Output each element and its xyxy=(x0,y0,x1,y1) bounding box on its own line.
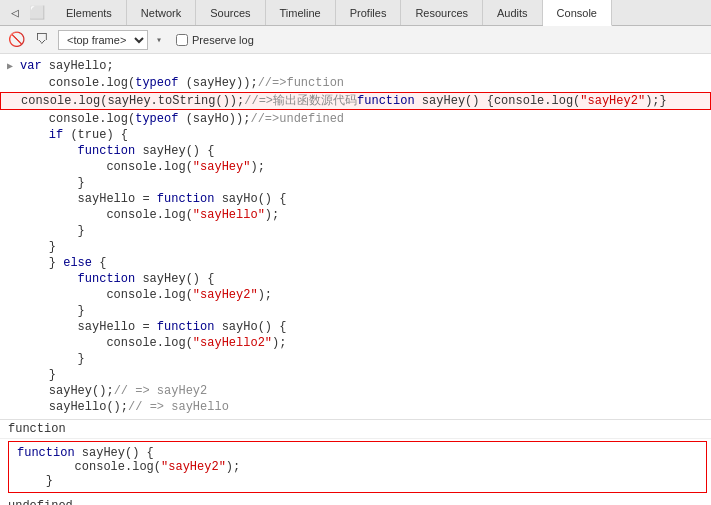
preserve-log-label: Preserve log xyxy=(192,34,254,46)
code-line-12: } xyxy=(0,239,711,255)
code-line-20: } xyxy=(0,367,711,383)
tab-profiles[interactable]: Profiles xyxy=(336,0,402,25)
code-text-13: } else { xyxy=(20,255,711,271)
function-output-block: function sayHey() { console.log("sayHey2… xyxy=(8,441,707,493)
line-arrow-15 xyxy=(0,287,20,288)
code-text-6: function sayHey() { xyxy=(20,143,711,159)
code-text-22: sayHello();// => sayHello xyxy=(20,399,711,415)
code-line-5: if (true) { xyxy=(0,127,711,143)
line-arrow-1[interactable]: ▶ xyxy=(0,58,20,75)
line-arrow-10 xyxy=(0,207,20,208)
clear-icon[interactable]: 🚫 xyxy=(6,30,26,50)
console-toolbar: 🚫 ⛉ <top frame> ▾ Preserve log xyxy=(0,26,711,54)
code-line-6: function sayHey() { xyxy=(0,143,711,159)
code-text-14: function sayHey() { xyxy=(20,271,711,287)
code-line-8: } xyxy=(0,175,711,191)
code-text-3: console.log(sayHey.toString());//=>输出函数源… xyxy=(21,93,710,109)
code-text-15: console.log("sayHey2"); xyxy=(20,287,711,303)
code-line-4: console.log(typeof (sayHo));//=>undefine… xyxy=(0,111,711,127)
code-line-9: sayHello = function sayHo() { xyxy=(0,191,711,207)
top-nav: ◁ ⬜ Elements Network Sources Timeline Pr… xyxy=(0,0,711,26)
code-text-1: var sayHello; xyxy=(20,58,711,74)
dropdown-arrow: ▾ xyxy=(156,34,162,46)
code-text-16: } xyxy=(20,303,711,319)
line-arrow-21 xyxy=(0,383,20,384)
line-arrow-5 xyxy=(0,127,20,128)
code-text-11: } xyxy=(20,223,711,239)
tab-resources[interactable]: Resources xyxy=(401,0,483,25)
code-text-21: sayHey();// => sayHey2 xyxy=(20,383,711,399)
back-icon[interactable]: ◁ xyxy=(6,4,24,22)
line-arrow-9 xyxy=(0,191,20,192)
tab-timeline[interactable]: Timeline xyxy=(266,0,336,25)
code-line-11: } xyxy=(0,223,711,239)
code-section: ▶ var sayHello; console.log(typeof (sayH… xyxy=(0,54,711,420)
code-text-10: console.log("sayHello"); xyxy=(20,207,711,223)
tab-console[interactable]: Console xyxy=(543,0,612,26)
code-text-2: console.log(typeof (sayHey));//=>functio… xyxy=(20,75,711,91)
code-text-4: console.log(typeof (sayHo));//=>undefine… xyxy=(20,111,711,127)
code-line-2: console.log(typeof (sayHey));//=>functio… xyxy=(0,75,711,91)
code-text-5: if (true) { xyxy=(20,127,711,143)
code-line-16: } xyxy=(0,303,711,319)
line-arrow-7 xyxy=(0,159,20,160)
code-line-22: sayHello();// => sayHello xyxy=(0,399,711,415)
code-text-19: } xyxy=(20,351,711,367)
tab-audits[interactable]: Audits xyxy=(483,0,543,25)
preserve-log-checkbox[interactable] xyxy=(176,34,188,46)
code-line-14: function sayHey() { xyxy=(0,271,711,287)
output-undefined-label: undefined xyxy=(0,497,711,505)
line-arrow-12 xyxy=(0,239,20,240)
code-text-12: } xyxy=(20,239,711,255)
line-arrow-8 xyxy=(0,175,20,176)
console-area[interactable]: ▶ var sayHello; console.log(typeof (sayH… xyxy=(0,54,711,505)
tab-network[interactable]: Network xyxy=(127,0,196,25)
code-text-17: sayHello = function sayHo() { xyxy=(20,319,711,335)
output-function-label: function xyxy=(0,420,711,439)
line-arrow-19 xyxy=(0,351,20,352)
line-arrow-16 xyxy=(0,303,20,304)
line-arrow-6 xyxy=(0,143,20,144)
code-line-10: console.log("sayHello"); xyxy=(0,207,711,223)
code-line-15: console.log("sayHey2"); xyxy=(0,287,711,303)
code-line-18: console.log("sayHello2"); xyxy=(0,335,711,351)
code-line-7: console.log("sayHey"); xyxy=(0,159,711,175)
preserve-log-area: Preserve log xyxy=(176,34,254,46)
line-arrow-13 xyxy=(0,255,20,256)
nav-icons: ◁ ⬜ xyxy=(0,0,52,25)
code-line-19: } xyxy=(0,351,711,367)
code-text-18: console.log("sayHello2"); xyxy=(20,335,711,351)
code-text-9: sayHello = function sayHo() { xyxy=(20,191,711,207)
line-arrow-4 xyxy=(0,111,20,112)
line-arrow-20 xyxy=(0,367,20,368)
line-arrow-3 xyxy=(1,93,21,94)
line-arrow-11 xyxy=(0,223,20,224)
tab-elements[interactable]: Elements xyxy=(52,0,127,25)
code-line-17: sayHello = function sayHo() { xyxy=(0,319,711,335)
line-arrow-17 xyxy=(0,319,20,320)
code-line-21: sayHey();// => sayHey2 xyxy=(0,383,711,399)
line-arrow-2 xyxy=(0,75,20,76)
code-line-3-highlighted: console.log(sayHey.toString());//=>输出函数源… xyxy=(0,92,711,110)
code-text-20: } xyxy=(20,367,711,383)
code-line-13: } else { xyxy=(0,255,711,271)
frame-selector[interactable]: <top frame> xyxy=(58,30,148,50)
line-arrow-14 xyxy=(0,271,20,272)
code-text-8: } xyxy=(20,175,711,191)
filter-icon[interactable]: ⛉ xyxy=(32,30,52,50)
line-arrow-22 xyxy=(0,399,20,400)
inspect-icon[interactable]: ⬜ xyxy=(28,4,46,22)
code-line-1: ▶ var sayHello; xyxy=(0,58,711,75)
tab-sources[interactable]: Sources xyxy=(196,0,265,25)
line-arrow-18 xyxy=(0,335,20,336)
code-text-7: console.log("sayHey"); xyxy=(20,159,711,175)
